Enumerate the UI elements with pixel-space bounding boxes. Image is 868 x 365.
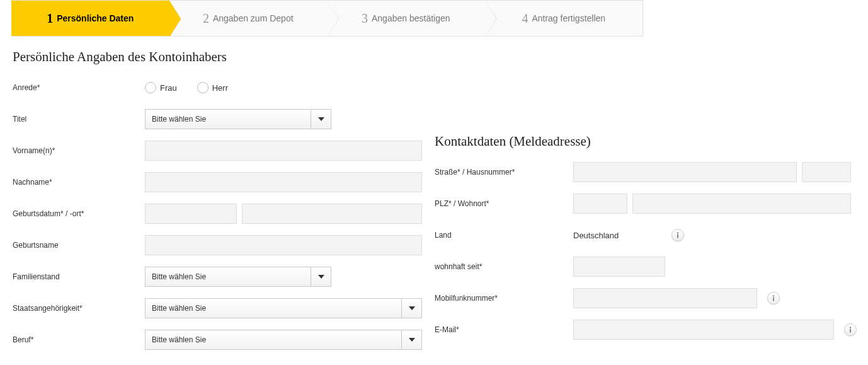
info-icon[interactable] [767, 292, 780, 304]
salutation-label: Anrede* [13, 83, 145, 92]
email-input[interactable] [573, 320, 834, 340]
svg-point-0 [677, 232, 678, 233]
info-icon[interactable] [844, 323, 857, 336]
step-confirm[interactable]: 3 Angaben bestätigen [327, 1, 485, 36]
firstname-label: Vorname(n)* [13, 146, 145, 155]
svg-rect-5 [850, 329, 851, 333]
step-label: Angaben zum Depot [213, 13, 294, 23]
lastname-input[interactable] [145, 172, 422, 192]
chevron-down-icon [311, 110, 331, 129]
mobile-label: Mobilfunknummer* [435, 294, 573, 303]
select-value: Bitte wählen Sie [146, 335, 401, 344]
step-label: Persönliche Daten [57, 13, 134, 23]
profession-select[interactable]: Bitte wählen Sie [145, 330, 422, 350]
chevron-down-icon [401, 299, 421, 318]
step-depot-info[interactable]: 2 Angaben zum Depot [169, 1, 328, 36]
lastname-label: Nachname* [13, 178, 145, 187]
svg-rect-1 [677, 235, 678, 238]
title-select[interactable]: Bitte wählen Sie [145, 109, 331, 129]
info-icon[interactable] [671, 229, 684, 241]
svg-rect-3 [773, 298, 774, 301]
step-number: 2 [203, 11, 209, 26]
section-heading: Kontaktdaten (Meldeadresse) [435, 134, 857, 149]
birthdate-input[interactable] [145, 204, 237, 224]
marital-label: Familienstand [13, 272, 145, 281]
city-input[interactable] [632, 194, 851, 214]
profession-label: Beruf* [13, 335, 145, 344]
chevron-down-icon [311, 267, 331, 286]
title-label: Titel [13, 115, 145, 124]
nationality-label: Staatsangehörigkeit* [13, 304, 145, 313]
section-heading: Persönliche Angaben des Kontoinhabers [13, 49, 422, 65]
select-value: Bitte wählen Sie [146, 304, 401, 313]
progress-stepper: 1 Persönliche Daten 2 Angaben zum Depot … [11, 0, 643, 37]
country-value: Deutschland [573, 231, 661, 240]
step-finish[interactable]: 4 Antrag fertigstellen [485, 1, 643, 36]
radio-icon [197, 82, 208, 93]
birthname-label: Geburtsname [13, 241, 145, 250]
zip-city-label: PLZ* / Wohnort* [435, 199, 573, 208]
resident-since-input[interactable] [573, 257, 665, 277]
step-number: 1 [47, 11, 53, 26]
birthplace-input[interactable] [242, 204, 422, 224]
radio-label: Frau [160, 83, 177, 93]
salutation-frau-radio[interactable]: Frau [145, 82, 177, 93]
marital-select[interactable]: Bitte wählen Sie [145, 267, 331, 287]
housenumber-input[interactable] [802, 162, 851, 182]
step-label: Antrag fertigstellen [532, 13, 605, 23]
birthname-input[interactable] [145, 235, 422, 255]
step-personal-data[interactable]: 1 Persönliche Daten [11, 1, 169, 36]
nationality-select[interactable]: Bitte wählen Sie [145, 298, 422, 318]
salutation-herr-radio[interactable]: Herr [197, 82, 228, 93]
select-value: Bitte wählen Sie [146, 115, 311, 124]
email-label: E-Mail* [435, 325, 573, 334]
svg-point-4 [850, 327, 851, 328]
resident-since-label: wohnhaft seit* [435, 262, 573, 271]
svg-point-2 [773, 295, 774, 296]
country-label: Land [435, 231, 573, 240]
zip-input[interactable] [573, 194, 627, 214]
select-value: Bitte wählen Sie [146, 272, 311, 281]
street-input[interactable] [573, 162, 797, 182]
street-label: Straße* / Hausnummer* [435, 168, 573, 177]
firstname-input[interactable] [145, 141, 422, 161]
step-label: Angaben bestätigen [372, 13, 450, 23]
contact-data-panel: Kontaktdaten (Meldeadresse) Straße* / Ha… [435, 49, 857, 361]
birth-label: Geburtsdatum* / -ort* [13, 209, 145, 218]
mobile-input[interactable] [573, 288, 757, 308]
radio-label: Herr [212, 83, 228, 93]
personal-data-panel: Persönliche Angaben des Kontoinhabers An… [13, 49, 422, 361]
step-number: 4 [522, 11, 528, 26]
step-number: 3 [362, 11, 368, 26]
chevron-down-icon [401, 330, 421, 349]
radio-icon [145, 82, 156, 93]
